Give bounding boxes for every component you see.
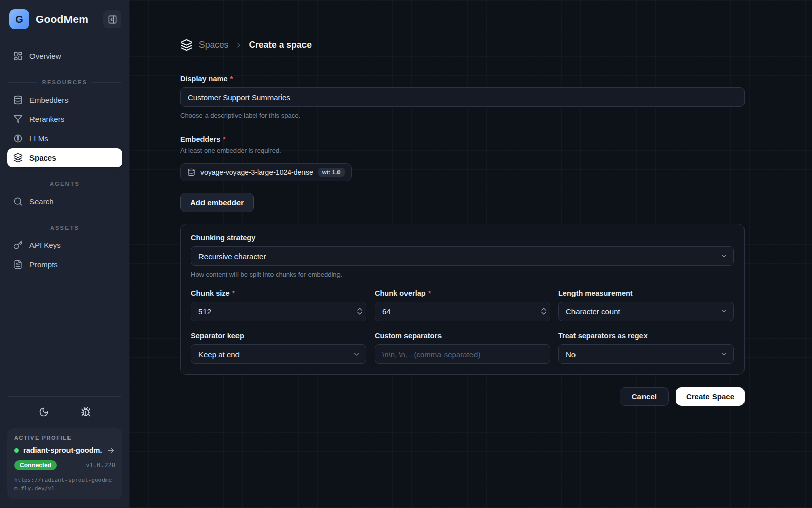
chevron-right-icon xyxy=(234,41,243,49)
sidebar-item-rerankers[interactable]: Rerankers xyxy=(7,110,122,129)
embedder-chip-name: voyage-voyage-3-large-1024-dense xyxy=(200,168,313,176)
label-text: Chunking strategy xyxy=(191,234,255,242)
database-icon xyxy=(13,95,23,105)
app-logo-letter: G xyxy=(15,14,23,25)
number-stepper-icon[interactable] xyxy=(540,308,547,315)
sidebar-item-prompts[interactable]: Prompts xyxy=(7,255,122,274)
sidebar-section-assets: ASSETS xyxy=(8,225,121,231)
label-text: Separator keep xyxy=(191,332,244,340)
embedders-label: Embedders * xyxy=(180,135,745,143)
display-name-field: Display name * Choose a descriptive labe… xyxy=(180,75,745,119)
chunk-overlap-field: Chunk overlap * xyxy=(375,289,550,321)
database-icon xyxy=(187,168,195,176)
select-value: Recursive character xyxy=(198,252,266,261)
section-label: AGENTS xyxy=(50,181,80,187)
select-value: No xyxy=(566,350,576,359)
length-measurement-select[interactable]: Character count xyxy=(558,302,734,321)
status-badge: Connected xyxy=(14,460,57,470)
label-text: Chunk overlap xyxy=(375,289,426,297)
sidebar-collapse-button[interactable] xyxy=(103,10,121,28)
length-measurement-field: Length measurement Character count xyxy=(558,289,734,321)
select-value: Character count xyxy=(566,307,620,316)
chunking-strategy-help: How content will be split into chunks fo… xyxy=(191,271,734,278)
app-title: GoodMem xyxy=(36,13,97,25)
sidebar-section-agents: AGENTS xyxy=(8,181,121,187)
active-profile-card[interactable]: ACTIVE PROFILE radiant-sprout-goodm... C… xyxy=(7,428,122,499)
required-marker: * xyxy=(232,289,235,297)
form-actions: Cancel Create Space xyxy=(180,387,745,406)
cancel-button[interactable]: Cancel xyxy=(620,387,669,406)
label-text: Chunk size xyxy=(191,289,230,297)
panel-collapse-icon xyxy=(108,15,117,24)
sidebar-item-api-keys[interactable]: API Keys xyxy=(7,236,122,255)
brain-icon xyxy=(13,134,23,143)
bug-icon xyxy=(81,407,91,417)
separator-keep-label: Separator keep xyxy=(191,332,366,340)
sidebar-section-resources: RESOURCES xyxy=(8,79,121,85)
debug-button[interactable] xyxy=(78,404,94,420)
sidebar-item-label: Prompts xyxy=(29,260,58,269)
custom-separators-label: Custom separators xyxy=(375,332,550,340)
chunking-row-2: Separator keep Keep at end Custom separa… xyxy=(191,332,734,364)
quick-actions xyxy=(7,404,122,420)
profile-status-row: Connected v1.0.228 xyxy=(14,460,115,470)
number-stepper-icon[interactable] xyxy=(357,308,363,315)
sidebar-item-label: Overview xyxy=(29,52,61,60)
chevron-down-icon xyxy=(353,351,360,358)
sidebar-item-label: Rerankers xyxy=(29,115,64,123)
funnel-icon xyxy=(13,114,23,124)
required-marker: * xyxy=(428,289,431,297)
sidebar-item-label: Search xyxy=(29,197,54,206)
create-space-button[interactable]: Create Space xyxy=(676,387,745,406)
online-status-dot xyxy=(14,448,19,453)
sidebar-footer: ACTIVE PROFILE radiant-sprout-goodm... C… xyxy=(7,396,122,499)
chevron-down-icon xyxy=(720,308,728,315)
chunking-card: Chunking strategy Recursive character Ho… xyxy=(180,224,745,375)
chunking-strategy-select[interactable]: Recursive character xyxy=(191,246,734,266)
profile-url: https://radiant-sprout-goodmem.fly.dev/v… xyxy=(14,475,115,493)
chunk-size-input[interactable] xyxy=(191,302,366,321)
profile-name: radiant-sprout-goodm... xyxy=(23,446,102,454)
chunk-overlap-input[interactable] xyxy=(375,302,550,321)
select-value: Keep at end xyxy=(198,350,240,359)
sidebar: G GoodMem Overview RESOURCES Embedders xyxy=(0,0,129,508)
display-name-input[interactable] xyxy=(180,87,745,107)
sidebar-item-label: API Keys xyxy=(29,241,61,249)
embedder-weight-badge: wt: 1.0 xyxy=(318,168,345,177)
label-text: Length measurement xyxy=(558,289,633,297)
separator-keep-select[interactable]: Keep at end xyxy=(191,344,366,364)
search-icon xyxy=(13,197,23,206)
profile-section-label: ACTIVE PROFILE xyxy=(14,435,115,441)
treat-regex-select[interactable]: No xyxy=(558,344,734,364)
sidebar-item-label: Spaces xyxy=(29,153,56,162)
sidebar-item-overview[interactable]: Overview xyxy=(7,47,122,66)
add-embedder-button[interactable]: Add embedder xyxy=(180,193,254,212)
arrow-right-icon[interactable] xyxy=(107,446,115,455)
sidebar-item-llms[interactable]: LLMs xyxy=(7,129,122,148)
section-label: ASSETS xyxy=(50,225,79,231)
label-text: Display name xyxy=(180,75,228,83)
embedder-chip[interactable]: voyage-voyage-3-large-1024-dense wt: 1.0 xyxy=(180,163,352,181)
moon-icon xyxy=(39,407,49,417)
custom-separators-input[interactable] xyxy=(375,344,550,364)
display-name-help: Choose a descriptive label for this spac… xyxy=(180,112,745,119)
key-icon xyxy=(13,240,23,250)
theme-toggle-button[interactable] xyxy=(36,404,52,420)
chunk-overlap-label: Chunk overlap * xyxy=(375,289,550,297)
treat-regex-field: Treat separators as regex No xyxy=(558,332,734,364)
layers-icon xyxy=(180,39,193,51)
section-label: RESOURCES xyxy=(42,79,87,85)
sidebar-item-spaces[interactable]: Spaces xyxy=(7,148,122,167)
separator-keep-field: Separator keep Keep at end xyxy=(191,332,366,364)
sidebar-item-embedders[interactable]: Embedders xyxy=(7,90,122,109)
chunking-row-1: Chunk size * Chunk overlap * xyxy=(191,289,734,321)
divider xyxy=(8,396,121,397)
profile-name-row: radiant-sprout-goodm... xyxy=(14,446,115,455)
sidebar-item-label: LLMs xyxy=(29,134,48,143)
dashboard-icon xyxy=(13,51,23,61)
breadcrumb-parent[interactable]: Spaces xyxy=(199,40,228,50)
version-label: v1.0.228 xyxy=(86,462,115,469)
breadcrumb: Spaces Create a space xyxy=(180,39,745,51)
chunk-size-label: Chunk size * xyxy=(191,289,366,297)
sidebar-item-search[interactable]: Search xyxy=(7,192,122,211)
